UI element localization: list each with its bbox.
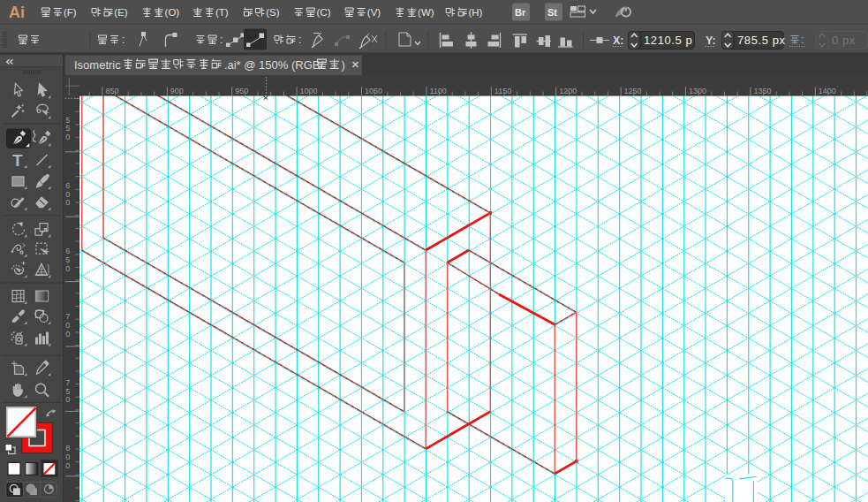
svg-text:(O): (O) [165,7,180,18]
svg-text:(T): (T) [215,7,229,18]
svg-text:850: 850 [105,87,118,95]
svg-text:Y:: Y: [706,34,716,47]
svg-text:0: 0 [65,330,70,338]
svg-text:785.5 px: 785.5 px [737,34,786,47]
svg-text:8: 8 [65,444,70,453]
svg-text:6: 6 [65,181,70,190]
svg-text:(W): (W) [418,7,434,18]
svg-text::: : [122,34,125,46]
svg-text:900: 900 [170,87,184,95]
svg-text:0: 0 [65,190,70,199]
svg-text:St: St [547,7,557,18]
svg-text:1000: 1000 [300,87,318,95]
svg-text:950: 950 [235,87,248,95]
svg-text::: : [220,34,223,46]
svg-text:1050: 1050 [365,87,382,95]
svg-text:0 px: 0 px [832,34,856,47]
svg-text:1200: 1200 [559,87,577,95]
svg-text:Ai: Ai [9,4,25,21]
svg-text:5: 5 [65,116,70,125]
svg-text:T: T [12,151,23,170]
svg-text:1210.5 p: 1210.5 p [644,34,692,47]
svg-text::: : [801,34,804,46]
svg-text:Br: Br [515,7,526,18]
svg-text:7: 7 [65,378,70,387]
svg-text::: : [298,34,301,46]
svg-text:1250: 1250 [624,87,642,95]
svg-text:(C): (C) [317,7,331,18]
svg-text:5: 5 [65,387,70,396]
svg-text:7: 7 [65,312,70,321]
svg-text:0: 0 [65,453,70,461]
svg-text:0: 0 [65,133,70,141]
svg-text:.ai* @ 150% (RGB/: .ai* @ 150% (RGB/ [224,58,324,72]
svg-text:(S): (S) [266,7,280,18]
svg-text:1300: 1300 [689,87,706,95]
svg-text:0: 0 [65,321,70,330]
svg-text:5: 5 [65,255,70,264]
svg-text:1400: 1400 [819,87,836,95]
svg-text:(F): (F) [64,7,77,18]
svg-text:(E): (E) [114,7,128,18]
svg-text:0: 0 [65,198,70,207]
svg-text:1150: 1150 [494,87,511,95]
svg-text:0: 0 [65,264,70,273]
svg-text:0: 0 [65,461,70,470]
svg-text:(H): (H) [468,7,482,18]
svg-text:X:: X: [613,34,624,47]
svg-text:Isometric: Isometric [74,58,121,72]
svg-text:1100: 1100 [429,87,446,95]
svg-text:): ) [342,58,345,72]
svg-text:5: 5 [65,124,70,133]
svg-text:1350: 1350 [753,87,771,95]
svg-text:(V): (V) [367,7,381,18]
svg-text:6: 6 [65,247,70,255]
svg-text:0: 0 [65,395,70,404]
